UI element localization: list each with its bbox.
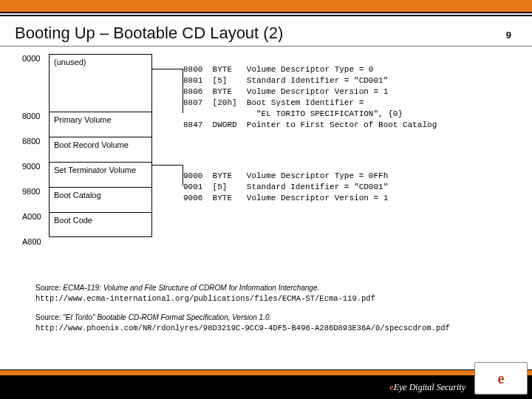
footer: eEye Digital Security e: [0, 369, 532, 399]
source-1-title: ECMA-119: Volume and File Structure of C…: [63, 284, 319, 292]
sources-block: Source: ECMA-119: Volume and File Struct…: [35, 283, 502, 342]
box-catalog-label: Boot Catalog: [54, 191, 101, 200]
content-area: 0000 8000 8800 9000 9800 A000 A800 (unus…: [0, 47, 532, 54]
box-unused-label: (unused): [54, 58, 86, 66]
offset-0000: 0000: [22, 54, 49, 63]
box-bootcode-label: Boot Code: [54, 216, 92, 225]
footer-brand-rest: Eye Digital Security: [394, 382, 466, 392]
source-1-label: Source:: [35, 284, 63, 292]
box-primary-label: Primary Volume: [54, 115, 112, 124]
leader-line-2: [152, 165, 183, 185]
box-terminator-label: Set Terminator Volume: [54, 166, 136, 174]
page-title: Booting Up – Bootable CD Layout (2): [15, 24, 506, 43]
box-terminator: Set Terminator Volume: [49, 162, 152, 187]
leader-line-1: [152, 69, 183, 113]
box-unused: (unused): [49, 54, 152, 112]
box-bootrecord: Boot Record Volume: [49, 137, 152, 162]
box-catalog: Boot Catalog: [49, 187, 152, 212]
source-2-label: Source:: [35, 313, 63, 321]
offset-8800: 8800: [22, 137, 49, 146]
top-accent-bar: [0, 0, 532, 13]
header-row: Booting Up – Bootable CD Layout (2) 9: [0, 16, 532, 46]
source-1-url: http://www.ecma-international.org/public…: [35, 294, 375, 303]
offset-9000: 9000: [22, 162, 49, 171]
logo-box: e: [474, 362, 528, 395]
box-primary: Primary Volume: [49, 112, 152, 137]
layout-boxes: (unused) Primary Volume Boot Record Volu…: [49, 54, 152, 237]
footer-brand: eEye Digital Security: [389, 382, 466, 393]
box-bootrecord-label: Boot Record Volume: [54, 140, 129, 149]
box-bootcode: Boot Code: [49, 212, 152, 237]
offset-A800: A800: [22, 237, 49, 246]
detail-block-1: 8800 BYTE Volume Descriptor Type = 0 880…: [183, 64, 437, 131]
source-2-title: "El Torito" Bootable CD-ROM Format Speci…: [63, 313, 271, 321]
footer-bar: eEye Digital Security e: [0, 375, 532, 399]
offset-9800: 9800: [22, 187, 49, 196]
offset-8000: 8000: [22, 112, 49, 120]
logo-icon: e: [498, 370, 505, 387]
footer-accent: [0, 369, 532, 375]
source-2: Source: "El Torito" Bootable CD-ROM Form…: [35, 313, 502, 333]
offset-A000: A000: [22, 212, 49, 221]
source-1: Source: ECMA-119: Volume and File Struct…: [35, 283, 502, 304]
page-number: 9: [506, 30, 517, 41]
source-2-url: http://www.phoenix.com/NR/rdonlyres/98D3…: [35, 324, 450, 332]
detail-block-2: 9000 BYTE Volume Descriptor Type = 0FFh …: [183, 171, 388, 204]
